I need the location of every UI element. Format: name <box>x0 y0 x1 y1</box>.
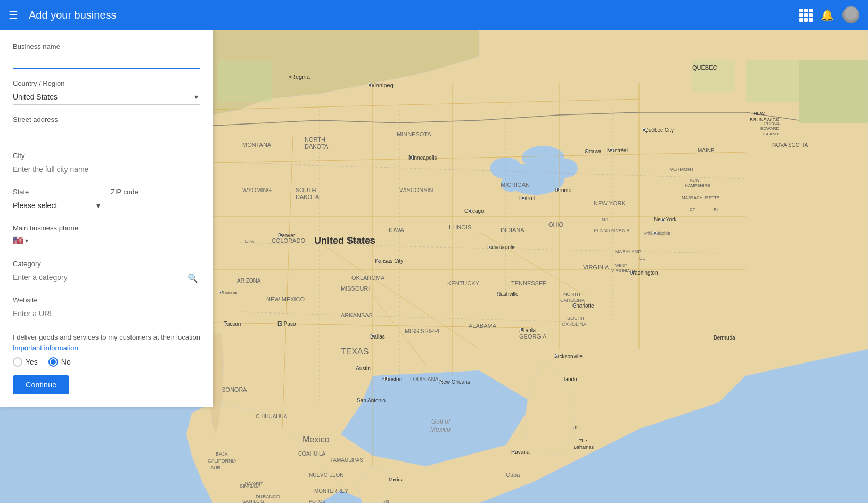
svg-text:SONORA: SONORA <box>222 386 247 393</box>
svg-text:VERMONT: VERMONT <box>670 167 694 172</box>
svg-text:POTOSI: POTOSI <box>309 499 327 503</box>
svg-point-128 <box>441 381 443 383</box>
state-zip-row: State Please select Alabama Alaska Arizo… <box>13 188 200 224</box>
category-label: Category <box>13 260 200 268</box>
country-select[interactable]: United States <box>13 90 200 105</box>
phone-field: Main business phone 🇺🇸 ▾ <box>13 224 200 249</box>
phone-input[interactable] <box>31 236 200 245</box>
svg-text:SOUTH: SOUTH <box>567 316 584 321</box>
svg-text:CHIHUAHUA: CHIHUAHUA <box>256 414 288 419</box>
svg-text:OKLAHOMA: OKLAHOMA <box>351 275 385 281</box>
svg-text:TAMAULIPAS: TAMAULIPAS <box>330 457 363 463</box>
phone-flag-selector[interactable]: 🇺🇸 ▾ <box>13 235 28 245</box>
svg-text:NJ: NJ <box>602 217 608 222</box>
avatar[interactable] <box>842 6 859 23</box>
phone-field-wrapper: 🇺🇸 ▾ <box>13 235 200 249</box>
svg-point-120 <box>555 355 558 357</box>
svg-text:SAN LUIS: SAN LUIS <box>242 499 264 503</box>
svg-text:VIRGINIA: VIRGINIA <box>611 268 630 273</box>
svg-point-114 <box>497 293 499 295</box>
svg-text:DAKOTA: DAKOTA <box>296 194 320 200</box>
no-radio-button[interactable] <box>48 357 58 367</box>
svg-text:MONTANA: MONTANA <box>242 142 272 148</box>
svg-text:Bermuda: Bermuda <box>714 335 735 341</box>
svg-text:NEW MEXICO: NEW MEXICO <box>266 296 305 302</box>
svg-point-138 <box>377 260 379 262</box>
state-label: State <box>13 188 102 196</box>
city-input[interactable] <box>13 163 200 177</box>
svg-text:NEW: NEW <box>690 178 700 183</box>
topbar: ☰ Add your business 🔔 <box>0 0 868 30</box>
category-wrapper: 🔍 <box>13 271 200 285</box>
svg-text:PRINCE: PRINCE <box>764 121 780 126</box>
svg-text:LOUISIANA: LOUISIANA <box>410 376 439 382</box>
svg-point-144 <box>225 323 227 325</box>
svg-text:GEORGIA: GEORGIA <box>519 333 547 340</box>
svg-text:TENNESSEE: TENNESSEE <box>511 280 547 286</box>
state-select[interactable]: Please select Alabama Alaska Arizona Cal… <box>13 199 102 213</box>
svg-point-140 <box>279 234 282 237</box>
svg-text:SUR: SUR <box>210 465 221 471</box>
svg-text:VIRGINIA: VIRGINIA <box>583 264 609 270</box>
svg-point-116 <box>489 246 491 248</box>
svg-point-110 <box>631 271 634 274</box>
svg-text:Bahamas: Bahamas <box>574 444 594 450</box>
street-address-input[interactable] <box>13 127 200 141</box>
bell-icon[interactable]: 🔔 <box>821 9 834 21</box>
website-label: Website <box>13 296 200 304</box>
svg-text:ARKANSAS: ARKANSAS <box>341 312 373 318</box>
svg-point-33 <box>289 76 291 78</box>
svg-text:MISSISSIPPI: MISSISSIPPI <box>405 328 439 334</box>
svg-text:OHIO: OHIO <box>548 221 564 228</box>
svg-text:Mexico: Mexico <box>302 435 330 444</box>
street-address-label: Street address <box>13 116 200 123</box>
svg-rect-29 <box>799 60 868 123</box>
svg-text:MONTERREY: MONTERREY <box>314 488 348 494</box>
svg-text:CAROLINA: CAROLINA <box>562 321 586 327</box>
country-label: Country / Region <box>13 79 200 87</box>
deliver-text: I deliver goods and services to my custo… <box>13 332 200 353</box>
svg-text:CAROLINA: CAROLINA <box>560 298 585 303</box>
svg-text:NORTH: NORTH <box>305 136 325 143</box>
svg-text:NEW: NEW <box>754 111 765 116</box>
category-input[interactable] <box>13 271 200 285</box>
svg-text:New Orleans: New Orleans <box>439 379 470 385</box>
svg-text:ILLINOIS: ILLINOIS <box>447 224 471 230</box>
country-select-wrapper: United States <box>13 90 200 105</box>
svg-text:INDIANA: INDIANA <box>501 227 525 233</box>
svg-text:HAMPSHIRE: HAMPSHIRE <box>685 183 710 188</box>
svg-point-173 <box>394 479 396 481</box>
important-information-link[interactable]: Important information <box>13 344 78 352</box>
svg-text:WEST: WEST <box>615 263 627 268</box>
yes-radio-button[interactable] <box>13 357 22 367</box>
apps-icon[interactable] <box>799 9 812 21</box>
zip-input[interactable] <box>111 199 200 213</box>
phone-dropdown-arrow: ▾ <box>25 237 28 244</box>
svg-point-42 <box>610 148 613 151</box>
menu-icon[interactable]: ☰ <box>9 9 18 21</box>
svg-text:Québec City: Québec City <box>644 127 674 133</box>
state-select-wrapper: Please select Alabama Alaska Arizona Cal… <box>13 199 102 213</box>
svg-text:PENNSYLVANIA: PENNSYLVANIA <box>594 228 630 233</box>
svg-text:The: The <box>579 438 587 443</box>
svg-point-4 <box>522 146 564 169</box>
svg-text:NEW YORK: NEW YORK <box>594 200 626 207</box>
deliver-checkbox-label: I deliver goods and services to my custo… <box>13 333 200 341</box>
svg-text:CALIFORNIA: CALIFORNIA <box>208 458 236 464</box>
svg-text:MICHIGAN: MICHIGAN <box>501 182 530 188</box>
svg-text:MISSOURI: MISSOURI <box>341 285 370 292</box>
svg-rect-26 <box>218 60 272 102</box>
zip-field: ZIP code <box>111 188 200 213</box>
svg-point-130 <box>384 377 388 380</box>
no-radio-label[interactable]: No <box>48 357 71 367</box>
search-icon: 🔍 <box>187 273 198 283</box>
svg-text:Cuba: Cuba <box>506 472 520 478</box>
svg-text:NOVA SCOTIA: NOVA SCOTIA <box>772 142 808 148</box>
business-name-input[interactable] <box>13 54 200 69</box>
svg-text:NUEVO LEON: NUEVO LEON <box>309 472 344 478</box>
svg-point-35 <box>369 83 372 86</box>
website-input[interactable] <box>13 307 200 321</box>
svg-text:CT: CT <box>690 207 695 212</box>
continue-button[interactable]: Continue <box>13 375 69 394</box>
yes-radio-label[interactable]: Yes <box>13 357 38 367</box>
